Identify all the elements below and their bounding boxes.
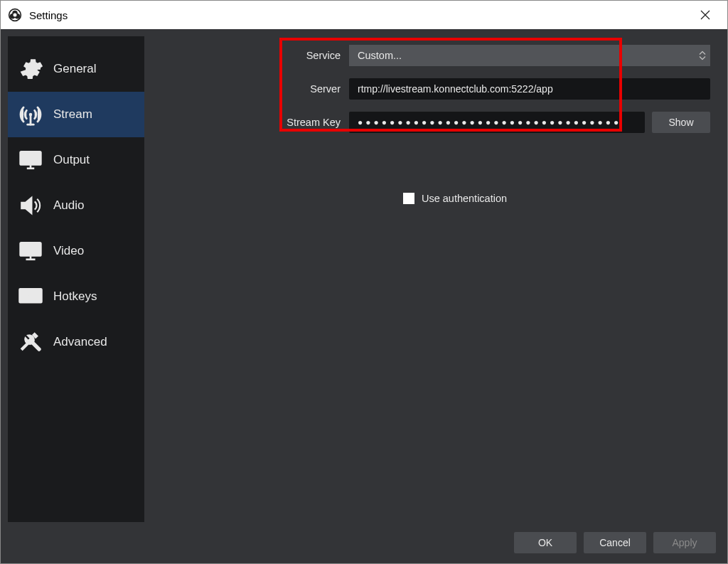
output-icon bbox=[18, 147, 43, 173]
server-label: Server bbox=[285, 83, 349, 95]
sidebar-item-label: Audio bbox=[53, 198, 84, 213]
sidebar-item-advanced[interactable]: Advanced bbox=[8, 319, 144, 365]
service-label: Service bbox=[285, 50, 349, 61]
speaker-icon bbox=[18, 193, 43, 218]
streamkey-label: Stream Key bbox=[285, 117, 349, 128]
auth-checkbox[interactable] bbox=[403, 193, 414, 204]
titlebar: Settings bbox=[1, 1, 727, 29]
service-select-value: Custom... bbox=[358, 50, 402, 61]
streamkey-row: Stream Key ●●●●●●●●●●●●●●●●●●●●●●●●●●●●●… bbox=[144, 112, 710, 133]
auth-row: Use authentication bbox=[144, 193, 710, 204]
keyboard-icon bbox=[18, 284, 43, 309]
server-input[interactable] bbox=[349, 78, 710, 100]
sidebar-item-label: Hotkeys bbox=[53, 289, 97, 304]
footer: OK Cancel Apply bbox=[8, 522, 720, 556]
sidebar-item-stream[interactable]: Stream bbox=[8, 92, 144, 137]
monitor-icon bbox=[18, 238, 43, 264]
sidebar-item-label: Video bbox=[53, 244, 84, 258]
antenna-icon bbox=[18, 102, 43, 127]
sidebar-item-hotkeys[interactable]: Hotkeys bbox=[8, 274, 144, 319]
sidebar-item-label: Output bbox=[53, 153, 90, 167]
window-title: Settings bbox=[29, 9, 68, 21]
service-select[interactable]: Custom... bbox=[349, 45, 710, 66]
sidebar-item-label: Advanced bbox=[53, 335, 107, 349]
chevron-updown-icon bbox=[699, 51, 706, 60]
sidebar-item-label: General bbox=[53, 62, 96, 76]
window-body: General Stream bbox=[1, 29, 727, 563]
svg-rect-10 bbox=[19, 289, 42, 302]
show-button[interactable]: Show bbox=[652, 112, 710, 133]
cancel-button[interactable]: Cancel bbox=[584, 532, 646, 553]
svg-rect-9 bbox=[21, 243, 41, 255]
service-row: Service Custom... bbox=[144, 45, 710, 66]
sidebar-item-audio[interactable]: Audio bbox=[8, 183, 144, 228]
ok-button[interactable]: OK bbox=[514, 532, 577, 553]
settings-window: Settings General bbox=[0, 0, 728, 564]
sidebar: General Stream bbox=[8, 36, 144, 522]
server-row: Server bbox=[144, 78, 710, 100]
sidebar-item-label: Stream bbox=[53, 107, 92, 122]
content-row: General Stream bbox=[8, 36, 720, 522]
gear-icon bbox=[18, 56, 43, 82]
tools-icon bbox=[18, 329, 43, 355]
apply-button[interactable]: Apply bbox=[653, 532, 716, 553]
sidebar-item-general[interactable]: General bbox=[8, 46, 144, 92]
sidebar-item-output[interactable]: Output bbox=[8, 137, 144, 183]
streamkey-input[interactable]: ●●●●●●●●●●●●●●●●●●●●●●●●●●●●●●●●● bbox=[349, 112, 645, 133]
app-icon bbox=[8, 8, 22, 22]
main-panel: Service Custom... Server bbox=[144, 36, 720, 522]
sidebar-item-video[interactable]: Video bbox=[8, 228, 144, 274]
svg-point-4 bbox=[14, 14, 17, 17]
auth-label: Use authentication bbox=[422, 193, 507, 204]
close-button[interactable] bbox=[689, 4, 722, 26]
